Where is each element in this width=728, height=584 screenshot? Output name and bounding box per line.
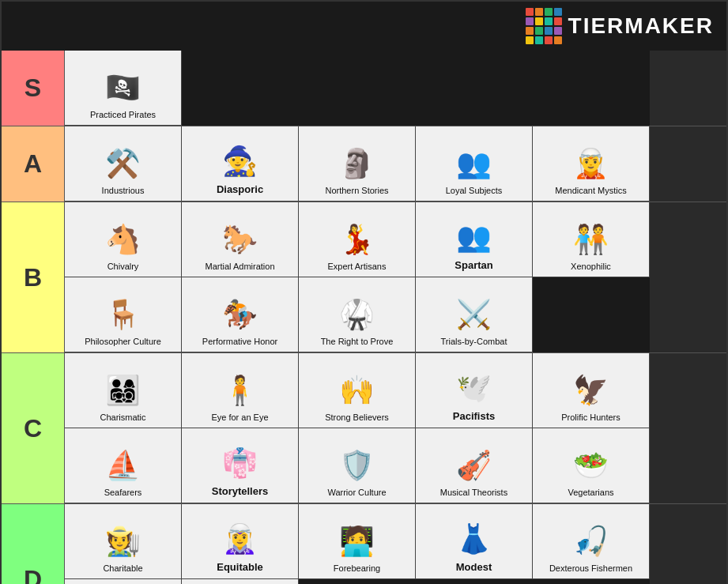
- tier-item-icon: 🧑‍💻: [339, 521, 375, 562]
- tier-item: 👨‍👩‍👧‍👦Charismatic: [65, 353, 182, 428]
- tier-item: 🧑‍💻Forebearing: [299, 504, 416, 579]
- tier-item-label: Equitable: [217, 561, 263, 574]
- logo: TiERMAKER: [526, 8, 714, 44]
- tier-row-A: A⚒️Industrious🧙Diasporic🗿Northern Storie…: [2, 126, 726, 202]
- tier-item-label: Storytellers: [212, 485, 269, 498]
- tier-item-label: Northern Stories: [325, 186, 388, 196]
- tier-item: 🙌Strong Believers: [299, 353, 416, 428]
- tier-item-icon: 🧝: [573, 143, 609, 184]
- tier-content-B: 🐴Chivalry🐎Martial Admiration💃Expert Arti…: [65, 202, 726, 352]
- tier-item-icon: 🎻: [456, 445, 492, 486]
- tier-label-D: D: [2, 504, 65, 584]
- tier-item-label: Eye for an Eye: [211, 413, 268, 423]
- tier-item-icon: 🥋: [339, 294, 375, 335]
- tier-item: 💃Expert Artisans: [299, 202, 416, 277]
- logo-dot: [535, 27, 543, 35]
- tier-item-icon: 🏇: [222, 294, 258, 335]
- tier-item: 🧝‍♀️Equitable: [182, 504, 299, 579]
- tier-item-label: Expert Artisans: [328, 262, 387, 272]
- tier-item-icon: 🥗: [573, 445, 609, 486]
- logo-dot: [554, 27, 562, 35]
- tier-item-empty: [299, 51, 416, 126]
- tier-label-S: S: [2, 51, 65, 126]
- tier-item: 🎻Musical Theorists: [416, 428, 533, 503]
- tier-item-icon: 🦅: [573, 370, 609, 411]
- tier-item: 👥Spartan: [416, 202, 533, 277]
- tier-item-label: Prolific Hunters: [561, 413, 620, 423]
- tier-item-label: Martial Admiration: [205, 262, 274, 272]
- tier-item: 🐎Martial Admiration: [182, 202, 299, 277]
- tier-item-label: Pacifists: [453, 410, 495, 423]
- tier-table: S🏴‍☠️Practiced PiratesA⚒️Industrious🧙Dia…: [2, 51, 726, 584]
- tier-item: 🧝Mendicant Mystics: [533, 126, 650, 202]
- tier-item-icon: 🐴: [105, 219, 141, 260]
- tier-item-icon: 👘: [222, 443, 258, 484]
- tier-item-icon: 👥: [456, 217, 492, 258]
- tier-item: 🗿Northern Stories: [299, 126, 416, 202]
- tier-item-label: Vegetarians: [568, 488, 613, 498]
- tier-item-icon: 💃: [339, 219, 375, 260]
- tier-item: 🏇Performative Honor: [182, 277, 299, 352]
- tier-row-S: S🏴‍☠️Practiced Pirates: [2, 51, 726, 126]
- tier-item-icon: 🎣: [573, 521, 609, 562]
- tier-item-label: Seafarers: [104, 488, 142, 498]
- app-container: TiERMAKER S🏴‍☠️Practiced PiratesA⚒️Indus…: [0, 0, 728, 584]
- tier-content-D: 🧑‍🌾Charitable🧝‍♀️Equitable🧑‍💻Forebearing…: [65, 504, 726, 584]
- logo-dot: [526, 36, 534, 44]
- logo-dot: [554, 8, 562, 16]
- tier-item: 👥Loyal Subjects: [416, 126, 533, 202]
- tier-item-label: Loyal Subjects: [446, 186, 503, 196]
- logo-dot: [554, 36, 562, 44]
- tier-item-icon: ⚒️: [105, 143, 141, 184]
- logo-dot: [526, 17, 534, 25]
- tier-item-empty: [533, 579, 650, 584]
- tier-item-icon: 🙌: [339, 370, 375, 411]
- logo-dot: [545, 8, 553, 16]
- tier-item-label: Forebearing: [334, 563, 380, 574]
- tier-item-label: Charitable: [103, 563, 142, 574]
- tier-item-label: Xenophilic: [571, 262, 611, 272]
- tier-item-empty: [182, 51, 299, 126]
- tier-item: 🧑‍🌾Charitable: [65, 504, 182, 579]
- tier-item: 🎣Dexterous Fishermen: [533, 504, 650, 579]
- logo-dot: [545, 27, 553, 35]
- tier-item: 🦅Prolific Hunters: [533, 353, 650, 428]
- tier-item-label: Diasporic: [217, 183, 263, 196]
- tier-item: 🐴Chivalry: [65, 202, 182, 277]
- tier-item-icon: 🏴‍☠️: [105, 67, 141, 108]
- tier-label-C: C: [2, 353, 65, 503]
- tier-item-label: Mendicant Mystics: [555, 186, 626, 196]
- tier-item-icon: 🧙: [222, 141, 258, 182]
- logo-text: TiERMAKER: [568, 13, 714, 39]
- tier-item-icon: 👨‍👩‍👧‍👦: [105, 370, 141, 411]
- tier-item-label: Charismatic: [100, 413, 145, 423]
- tier-item-icon: 🗿: [339, 143, 375, 184]
- tier-item: ⚔️Trials-by-Combat: [416, 277, 533, 352]
- tier-item-label: Industrious: [102, 186, 145, 196]
- tier-row-B: B🐴Chivalry🐎Martial Admiration💃Expert Art…: [2, 202, 726, 353]
- logo-grid: [526, 8, 562, 44]
- tier-item: 👘Storytellers: [182, 428, 299, 503]
- tier-item-label: Philosopher Culture: [85, 337, 161, 347]
- tier-item-icon: 🛡️: [339, 445, 375, 486]
- tier-item: 🥋The Right to Prove: [299, 277, 416, 352]
- tier-item: 🛡️Warrior Culture: [299, 428, 416, 503]
- tier-content-A: ⚒️Industrious🧙Diasporic🗿Northern Stories…: [65, 126, 726, 202]
- tier-content-C: 👨‍👩‍👧‍👦Charismatic🧍Eye for an Eye🙌Strong…: [65, 353, 726, 503]
- tier-item: 🪑Philosopher Culture: [65, 277, 182, 352]
- tier-item-label: Strong Believers: [325, 413, 389, 423]
- tier-item-label: Practiced Pirates: [90, 110, 156, 120]
- tier-label-B: B: [2, 202, 65, 352]
- tier-item-label: Warrior Culture: [327, 488, 386, 498]
- logo-dot: [545, 17, 553, 25]
- tier-item-empty: [299, 579, 416, 584]
- tier-item: ⛵Seafarers: [65, 428, 182, 503]
- logo-dot: [554, 17, 562, 25]
- tier-row-C: C👨‍👩‍👧‍👦Charismatic🧍Eye for an Eye🙌Stron…: [2, 353, 726, 504]
- tier-item-empty: [533, 51, 650, 126]
- tier-item-label: Dexterous Fishermen: [549, 563, 632, 574]
- tier-item: ⚒️Industrious: [65, 126, 182, 202]
- tier-item-icon: 🧑‍🌾: [105, 521, 141, 562]
- tier-item-icon: 🧍: [222, 370, 258, 411]
- tier-item-empty: [533, 277, 650, 352]
